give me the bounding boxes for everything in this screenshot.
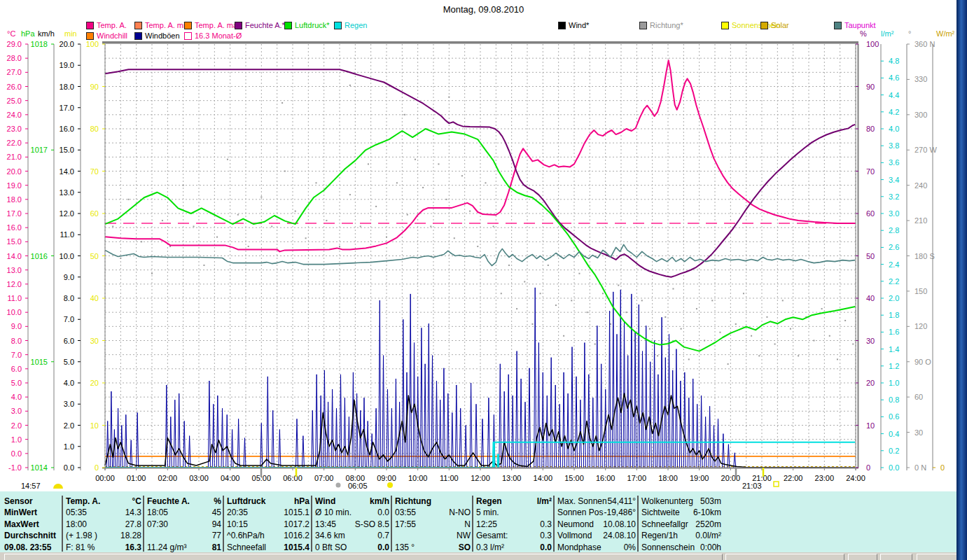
cell-value: -19,486°: [604, 507, 636, 517]
table-row: 09.08. 23:55: [4, 542, 60, 553]
cell-label: 11.24 g/m³: [147, 542, 186, 552]
svg-text:24:00: 24:00: [846, 474, 865, 482]
svg-text:25.0: 25.0: [7, 97, 22, 105]
cell-value: 503m: [700, 496, 721, 506]
table-row: Schneefallgr2520m: [641, 519, 721, 530]
svg-text:2.4: 2.4: [889, 260, 899, 269]
cell-label: Schneefallgr: [641, 519, 688, 529]
svg-text:4.6: 4.6: [889, 74, 899, 82]
svg-text:0.4: 0.4: [889, 430, 899, 438]
svg-text:1017: 1017: [31, 146, 48, 154]
cell-label: Neumond: [557, 519, 594, 529]
svg-text:30: 30: [90, 337, 99, 345]
svg-text:19.0: 19.0: [7, 181, 22, 190]
svg-text:14.0: 14.0: [60, 167, 74, 176]
svg-text:-1.0: -1.0: [8, 463, 22, 472]
cell-label: 0 Bft SO: [315, 542, 347, 552]
table-row: LuftdruckhPa: [227, 496, 309, 507]
table-row: Regenl/m²: [476, 496, 552, 507]
table-row: 12:250.3: [476, 519, 552, 530]
cell-value: 81: [212, 542, 221, 552]
table-row: Richtung: [395, 496, 471, 507]
sunrise-sun-icon: [387, 482, 393, 488]
table-row: 18:0545: [147, 507, 221, 518]
table-row: 0 Bft SO0.0: [315, 542, 389, 553]
cell-label: Sichtweite: [641, 507, 680, 517]
svg-text:09:00: 09:00: [377, 474, 396, 482]
svg-text:0 N: 0 N: [914, 463, 926, 472]
svg-text:15.0: 15.0: [7, 237, 22, 246]
table-column-separator: [472, 496, 473, 552]
svg-text:3.0: 3.0: [64, 400, 74, 408]
table-column-separator: [391, 496, 392, 552]
table-row: 77: [147, 530, 221, 541]
svg-text:6.0: 6.0: [64, 337, 74, 345]
svg-text:4.0: 4.0: [889, 125, 899, 133]
svg-text:1016: 1016: [31, 252, 48, 260]
svg-text:10:00: 10:00: [408, 474, 428, 482]
svg-text:0.0: 0.0: [64, 463, 74, 472]
cell-label: 20:35: [227, 507, 248, 517]
cell-value: 1017.2: [284, 519, 309, 529]
humidity-axis: %1009080706050403020100: [856, 29, 879, 472]
svg-text:1.0: 1.0: [11, 435, 22, 444]
table-row: 05:3514.3: [66, 507, 141, 518]
cell-label: Max. Sonnen: [557, 496, 607, 506]
cell-value: 0.7: [377, 531, 389, 540]
svg-text:90: 90: [866, 83, 875, 91]
cell-label: 135 °: [395, 542, 415, 552]
table-row: Sonnenschein0:00h: [641, 542, 721, 553]
cell-label: Sensor: [4, 496, 33, 506]
svg-text:11.0: 11.0: [60, 230, 74, 239]
table-row: Feuchte A.%: [147, 496, 221, 507]
moon-icon: [336, 483, 341, 488]
svg-text:2.2: 2.2: [889, 277, 899, 286]
cell-label: 10:15: [227, 519, 248, 529]
table-column-wind: Windkm/hØ 10 min.0.013:45S-SO 8.534.6 km…: [315, 494, 389, 553]
svg-text:20.0: 20.0: [7, 167, 22, 176]
svg-text:17.0: 17.0: [7, 209, 22, 218]
table-column-separator: [311, 496, 312, 552]
svg-text:20: 20: [866, 379, 875, 387]
weather-app-window: Montag, 09.08.2010 Temp. A.Temp. A. minT…: [0, 0, 967, 560]
table-row: Max. Sonnen54,411°: [557, 496, 636, 507]
cell-value: 18.28: [120, 531, 141, 540]
humidity-axis-unit: %: [860, 29, 867, 38]
table-column-separator: [143, 496, 144, 552]
bottom-left-time: 14:57: [21, 482, 41, 490]
svg-text:360 N: 360 N: [914, 40, 935, 48]
cell-value: 77: [212, 531, 221, 540]
table-row: 18:0027.8: [66, 519, 141, 530]
svg-text:60: 60: [90, 209, 99, 218]
svg-text:9.0: 9.0: [11, 322, 22, 330]
svg-text:1014: 1014: [31, 463, 48, 472]
table-column-pressure: LuftdruckhPa20:351015.110:151017.2^0.6hP…: [227, 494, 309, 553]
status-bar: [0, 552, 956, 560]
svg-text:3.0: 3.0: [889, 209, 899, 218]
cell-value: 1016.2: [284, 531, 309, 540]
svg-text:1.8: 1.8: [889, 311, 899, 319]
table-row: Sonnen Pos-19,486°: [557, 507, 636, 518]
cell-label: Schneefall: [227, 542, 266, 552]
svg-text:80: 80: [866, 125, 875, 133]
svg-text:9.0: 9.0: [64, 273, 74, 281]
cell-label: MaxWert: [4, 519, 39, 529]
table-row: 03:55N-NO: [395, 507, 471, 518]
cell-value: 1015.1: [284, 507, 309, 517]
svg-text:01:00: 01:00: [127, 474, 146, 482]
cell-value: km/h: [370, 496, 389, 506]
cell-value: 0.0: [540, 542, 552, 552]
sunrise-time: 06:05: [348, 482, 368, 490]
table-column-humidity: Feuchte A.%18:054507:30947711.24 g/m³81: [147, 494, 221, 553]
cell-label: Wind: [315, 496, 335, 506]
cell-value: 0.0l/m²: [695, 531, 721, 540]
table-row: 20:351015.1: [227, 507, 309, 518]
svg-text:13:00: 13:00: [502, 474, 522, 482]
svg-text:6.0: 6.0: [11, 365, 22, 373]
svg-text:28.0: 28.0: [7, 54, 22, 62]
cell-value: l/m²: [537, 496, 552, 506]
svg-text:0.0: 0.0: [889, 463, 899, 472]
svg-text:180 S: 180 S: [914, 252, 935, 260]
svg-text:0.8: 0.8: [889, 396, 899, 404]
cell-value: 24.08.10: [603, 531, 636, 540]
